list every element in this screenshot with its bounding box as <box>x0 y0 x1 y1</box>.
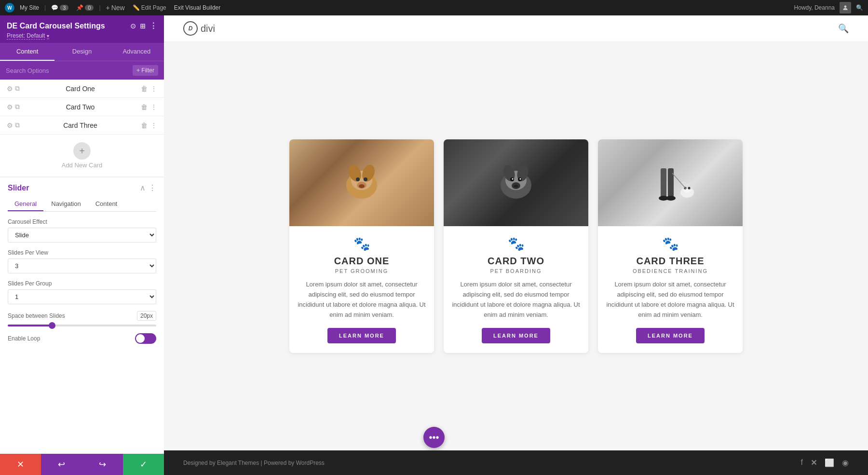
facebook-icon[interactable]: f <box>801 458 803 467</box>
card-two-copy-icon[interactable]: ⧉ <box>15 103 20 111</box>
tab-design[interactable]: Design <box>54 43 109 61</box>
card-3-subtitle: OBEDIENCE TRAINING <box>633 268 708 274</box>
card-two-more-icon[interactable]: ⋮ <box>150 103 157 111</box>
card-3-btn[interactable]: LEARN MORE <box>636 328 705 343</box>
card-2: 🐾 CARD TWO PET BOARDING Lorem ipsum dolo… <box>444 139 588 353</box>
slides-per-view-select[interactable]: 3 1 2 4 <box>8 258 156 273</box>
posts-btn[interactable]: 📌 0 <box>74 3 96 12</box>
card-one-copy-icon[interactable]: ⧉ <box>15 84 20 93</box>
sidebar-header: DE Card Carousel Settings ⊙ ⊞ ⋮ Preset: … <box>0 15 164 43</box>
grid-icon[interactable]: ⊞ <box>140 22 146 30</box>
svg-point-28 <box>688 187 691 190</box>
fab-button[interactable]: ••• <box>423 427 445 448</box>
top-bar: W My Site | 💬 3 📌 0 | + New ✏️ Edit Page… <box>0 0 868 15</box>
exit-visual-builder-btn[interactable]: Exit Visual Builder <box>172 3 223 12</box>
card-item-one[interactable]: ⚙ ⧉ Card One 🗑 ⋮ <box>0 80 164 98</box>
card-three-delete-icon[interactable]: 🗑 <box>141 122 148 129</box>
rss-icon[interactable]: ◉ <box>842 458 849 467</box>
card-one-delete-icon[interactable]: 🗑 <box>141 85 148 93</box>
card-2-btn[interactable]: LEARN MORE <box>482 328 550 343</box>
cards-area: 🐾 CARD ONE PET GROOMING Lorem ipsum dolo… <box>164 42 868 450</box>
card-two-delete-icon[interactable]: 🗑 <box>141 103 148 111</box>
card-1: 🐾 CARD ONE PET GROOMING Lorem ipsum dolo… <box>289 139 434 353</box>
card-one-label: Card One <box>24 85 137 93</box>
slider-tab-general[interactable]: General <box>8 197 43 211</box>
twitter-x-icon[interactable]: ✕ <box>811 458 817 467</box>
edit-page-btn[interactable]: ✏️ Edit Page <box>130 3 169 12</box>
dog-2-svg <box>492 159 540 207</box>
enable-loop-toggle[interactable] <box>135 333 156 344</box>
fab-dots-icon: ••• <box>429 432 439 443</box>
add-new-card-circle: + <box>73 142 91 160</box>
space-between-track <box>8 325 156 326</box>
sidebar-preset[interactable]: Preset: Default ▾ <box>7 32 157 39</box>
svg-point-8 <box>359 184 365 188</box>
svg-point-5 <box>356 177 360 181</box>
add-new-card-btn[interactable]: + Add New Card <box>0 135 164 176</box>
sidebar-module-title: DE Card Carousel Settings <box>7 22 105 30</box>
dog-3-svg <box>641 159 699 207</box>
search-options-input[interactable] <box>6 67 130 74</box>
card-2-body: 🐾 CARD TWO PET BOARDING Lorem ipsum dolo… <box>444 226 588 353</box>
tab-content[interactable]: Content <box>0 43 54 61</box>
slides-per-group-group: Slides Per Group 1 2 3 <box>8 280 156 304</box>
card-item-two[interactable]: ⚙ ⧉ Card Two 🗑 ⋮ <box>0 98 164 116</box>
slider-section-header: Slider ∧ ⋮ <box>8 183 156 192</box>
space-between-label: Space between Slides <box>8 312 65 319</box>
carousel-effect-select[interactable]: Slide Fade Cube Coverflow Flip <box>8 228 156 243</box>
slider-more-icon[interactable]: ⋮ <box>149 183 156 192</box>
slider-section-controls: ∧ ⋮ <box>140 183 156 192</box>
card-item-three[interactable]: ⚙ ⧉ Card Three 🗑 ⋮ <box>0 116 164 135</box>
top-bar-left: W My Site | 💬 3 📌 0 | + New ✏️ Edit Page… <box>5 3 790 13</box>
space-between-fill <box>8 325 52 326</box>
filter-button[interactable]: + Filter <box>133 65 158 76</box>
howdy-text: Howdy, Deanna <box>794 4 835 11</box>
tab-advanced[interactable]: Advanced <box>109 43 164 61</box>
slides-per-view-label: Slides Per View <box>8 249 156 256</box>
card-one-actions: 🗑 ⋮ <box>141 85 157 93</box>
comments-count: 3 <box>60 5 68 11</box>
cancel-button[interactable]: ✕ <box>0 454 41 475</box>
card-three-copy-icon[interactable]: ⧉ <box>15 121 20 129</box>
slider-collapse-icon[interactable]: ∧ <box>140 183 146 192</box>
wp-logo[interactable]: W <box>5 3 14 13</box>
card-two-settings-icon[interactable]: ⚙ <box>7 103 13 111</box>
site-name-btn[interactable]: My Site <box>17 3 41 12</box>
user-avatar[interactable] <box>840 2 851 14</box>
card-1-btn[interactable]: LEARN MORE <box>327 328 396 343</box>
card-three-actions: 🗑 ⋮ <box>141 122 157 129</box>
card-one-icons: ⚙ ⧉ <box>7 84 20 93</box>
slider-tab-navigation[interactable]: Navigation <box>44 197 87 211</box>
card-one-settings-icon[interactable]: ⚙ <box>7 85 13 93</box>
new-btn[interactable]: + New <box>104 3 127 13</box>
search-topbar-icon[interactable]: 🔍 <box>856 4 863 11</box>
save-button[interactable]: ✓ <box>123 454 164 475</box>
card-one-more-icon[interactable]: ⋮ <box>150 85 157 93</box>
site-footer: Designed by Elegant Themes | Powered by … <box>164 450 868 475</box>
slider-tabs: General Navigation Content <box>8 197 156 212</box>
main-content: D divi 🔍 <box>164 15 868 475</box>
svg-point-16 <box>520 178 521 180</box>
slider-section: Slider ∧ ⋮ General Navigation Content Ca… <box>0 176 164 353</box>
dog-1-svg <box>338 159 386 207</box>
comment-icon: 💬 <box>51 4 58 11</box>
top-bar-right: Howdy, Deanna 🔍 <box>794 2 864 14</box>
instagram-icon[interactable]: ⬜ <box>825 458 834 467</box>
undo-button[interactable]: ↩ <box>41 454 82 475</box>
redo-button[interactable]: ↪ <box>82 454 123 475</box>
card-three-more-icon[interactable]: ⋮ <box>150 122 157 129</box>
divi-search-icon[interactable]: 🔍 <box>838 23 849 34</box>
slides-per-group-select[interactable]: 1 2 3 <box>8 289 156 304</box>
comments-btn[interactable]: 💬 3 <box>49 3 71 12</box>
carousel-effect-label: Carousel Effect <box>8 218 156 225</box>
space-between-thumb[interactable] <box>49 322 55 329</box>
svg-line-29 <box>672 173 686 189</box>
sidebar-title-icons: ⊙ ⊞ ⋮ <box>130 21 157 30</box>
search-settings-icon[interactable]: ⊙ <box>130 22 136 30</box>
card-three-settings-icon[interactable]: ⚙ <box>7 122 13 129</box>
more-options-icon[interactable]: ⋮ <box>149 21 157 30</box>
svg-rect-19 <box>661 168 666 197</box>
slides-per-view-group: Slides Per View 3 1 2 4 <box>8 249 156 273</box>
slider-tab-content[interactable]: Content <box>89 197 124 211</box>
space-between-value: 20px <box>137 311 156 321</box>
